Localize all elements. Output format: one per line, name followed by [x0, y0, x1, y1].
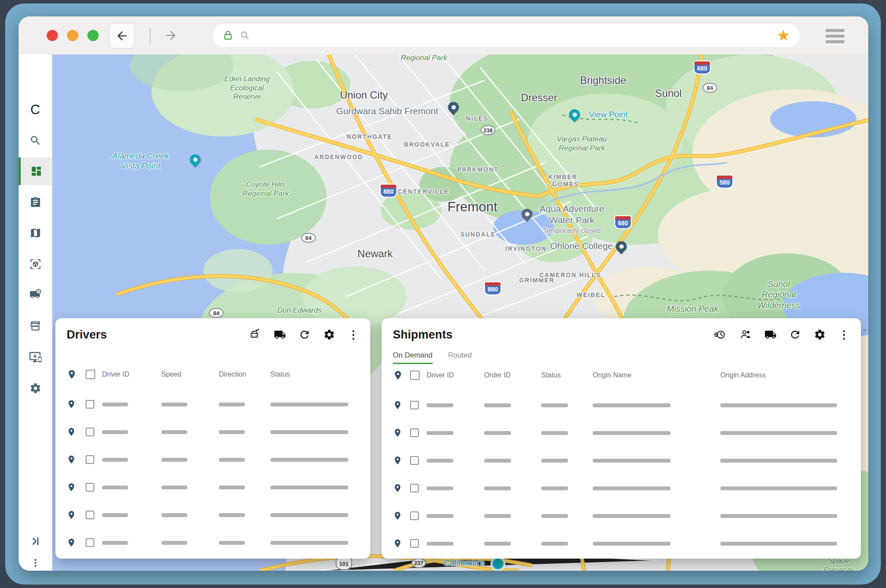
column-status[interactable]: Status [270, 371, 359, 378]
row-checkbox[interactable] [410, 511, 419, 520]
sidebar-more-button[interactable] [19, 551, 52, 571]
more-vert-icon [30, 558, 41, 568]
table-row[interactable] [382, 391, 861, 419]
row-checkbox[interactable] [86, 511, 94, 519]
select-all-checkbox[interactable] [410, 371, 420, 380]
refresh-icon[interactable] [299, 329, 311, 341]
table-row[interactable] [382, 474, 861, 502]
sidebar-item-search[interactable] [19, 128, 52, 153]
tab-routed[interactable]: Routed [448, 351, 472, 363]
row-cell-placeholder [219, 513, 270, 517]
sidebar-item-dashboard[interactable] [19, 157, 52, 185]
menu-button[interactable] [825, 29, 844, 43]
settings-icon[interactable] [814, 329, 826, 341]
row-checkbox[interactable] [410, 539, 419, 548]
table-row[interactable] [55, 529, 370, 556]
sidebar-item-devices-rating[interactable] [19, 345, 52, 369]
column-origin-address[interactable]: Origin Address [720, 371, 850, 379]
column-order-id[interactable]: Order ID [484, 371, 541, 379]
row-cell-placeholder [484, 514, 541, 518]
forward-button[interactable] [161, 27, 180, 44]
row-pin-icon[interactable] [67, 427, 86, 437]
pin-column-icon[interactable] [67, 369, 86, 380]
browser-chrome: ★ [19, 16, 868, 55]
tab-on-demand[interactable]: On Demand [393, 351, 433, 364]
sidebar-item-scan-3d[interactable] [19, 252, 52, 276]
sidebar-item-truck-schedule[interactable] [19, 283, 52, 307]
table-row[interactable] [382, 447, 861, 474]
table-row[interactable] [55, 473, 370, 501]
minimize-button[interactable] [67, 30, 78, 41]
shield-i880-a: 880 [380, 184, 397, 198]
row-cell-placeholder [720, 431, 850, 435]
row-pin-icon[interactable] [67, 399, 86, 409]
table-row[interactable] [55, 418, 370, 446]
close-button[interactable] [47, 30, 58, 41]
more-vert-icon[interactable]: ⋮ [348, 329, 359, 340]
select-all-checkbox[interactable] [86, 370, 95, 379]
table-row[interactable] [55, 501, 370, 529]
column-driver-id[interactable]: Driver ID [102, 371, 161, 378]
address-bar[interactable]: ★ [213, 24, 800, 47]
sidebar-item-map[interactable] [19, 221, 52, 245]
row-checkbox[interactable] [86, 455, 94, 464]
column-speed[interactable]: Speed [161, 371, 219, 378]
row-pin-icon[interactable] [393, 400, 410, 410]
sidebar-item-orders[interactable] [19, 190, 52, 214]
row-pin-icon[interactable] [393, 511, 410, 521]
row-checkbox[interactable] [410, 428, 419, 437]
sidebar-item-storefront[interactable] [19, 314, 52, 338]
row-checkbox[interactable] [86, 538, 94, 547]
row-checkbox[interactable] [410, 456, 419, 465]
vehicle-check-icon[interactable] [248, 328, 261, 341]
more-vert-icon[interactable]: ⋮ [838, 329, 850, 340]
column-status[interactable]: Status [541, 371, 593, 379]
sidebar-item-settings[interactable] [19, 376, 52, 400]
row-pin-icon[interactable] [67, 455, 86, 464]
refresh-icon[interactable] [789, 329, 801, 341]
label-niles: NILES [466, 115, 488, 122]
row-pin-icon[interactable] [393, 483, 410, 493]
row-pin-icon[interactable] [67, 483, 86, 492]
map-canvas[interactable]: Regional ParkEden Landing Ecological Res… [52, 54, 868, 571]
sidebar: C [19, 54, 52, 571]
pin-column-icon[interactable] [393, 370, 410, 380]
table-row[interactable] [55, 446, 370, 473]
column-direction[interactable]: Direction [219, 371, 270, 378]
row-pin-icon[interactable] [393, 428, 410, 438]
row-checkbox[interactable] [86, 428, 94, 436]
bookmark-star-icon[interactable]: ★ [777, 28, 790, 43]
sidebar-collapse-button[interactable] [19, 529, 52, 553]
row-checkbox[interactable] [410, 484, 419, 492]
row-pin-icon[interactable] [67, 538, 86, 547]
row-checkbox[interactable] [86, 400, 94, 409]
row-checkbox[interactable] [86, 483, 94, 492]
row-cell-placeholder [161, 486, 219, 489]
pending-history-icon[interactable] [713, 328, 726, 341]
label-northgate: NORTHGATE [347, 133, 392, 141]
column-origin-name[interactable]: Origin Name [593, 371, 720, 379]
row-pin-icon[interactable] [393, 539, 410, 548]
row-cell-placeholder [102, 458, 161, 462]
table-row[interactable] [382, 419, 861, 447]
row-cell-placeholder [270, 430, 359, 434]
row-cell-placeholder [270, 513, 359, 517]
label-sunol-wilderness: Sunol Regional Wilderness [758, 279, 800, 310]
row-pin-icon[interactable] [393, 456, 410, 465]
row-cell-placeholder [484, 542, 541, 546]
map-icon [29, 227, 42, 239]
zoom-button[interactable] [87, 30, 99, 41]
settings-icon[interactable] [323, 329, 335, 341]
table-row[interactable] [382, 530, 861, 557]
row-cell-placeholder [427, 486, 484, 490]
truck-icon[interactable] [274, 329, 286, 341]
row-checkbox[interactable] [410, 401, 419, 409]
column-driver-id[interactable]: Driver ID [427, 371, 484, 379]
assign-driver-icon[interactable] [739, 328, 752, 341]
table-row[interactable] [382, 502, 861, 530]
collapse-icon [30, 536, 41, 547]
back-button[interactable] [109, 23, 135, 48]
truck-icon[interactable] [764, 329, 777, 341]
table-row[interactable] [55, 390, 370, 418]
row-pin-icon[interactable] [67, 510, 86, 520]
